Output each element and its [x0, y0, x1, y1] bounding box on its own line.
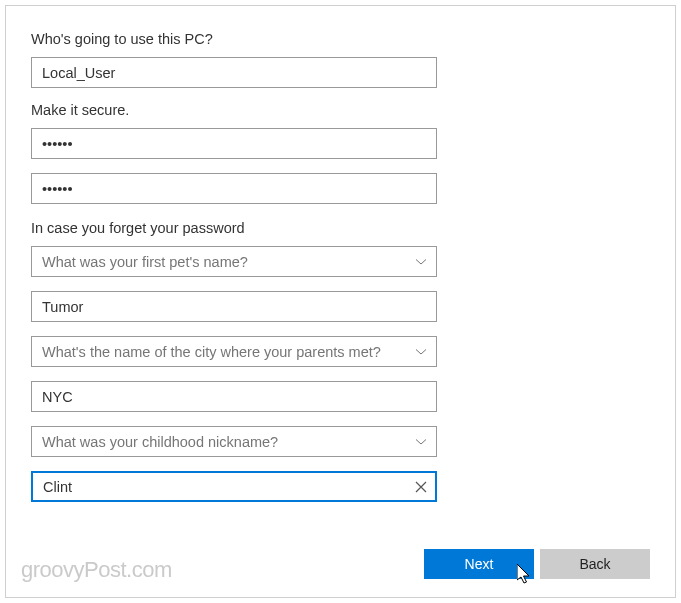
security-answer-3-input[interactable] [31, 471, 437, 502]
security-answer-1-input[interactable] [31, 291, 437, 322]
security-question-2-text: What's the name of the city where your p… [42, 344, 381, 360]
forget-label: In case you forget your password [31, 220, 675, 236]
username-input[interactable] [31, 57, 437, 88]
secure-label: Make it secure. [31, 102, 675, 118]
security-question-2-select[interactable]: What's the name of the city where your p… [31, 336, 437, 367]
back-button[interactable]: Back [540, 549, 650, 579]
security-question-3-text: What was your childhood nickname? [42, 434, 278, 450]
clear-icon[interactable] [413, 479, 429, 495]
security-question-1-text: What was your first pet's name? [42, 254, 248, 270]
security-answer-2-input[interactable] [31, 381, 437, 412]
security-question-1-select[interactable]: What was your first pet's name? [31, 246, 437, 277]
password-input[interactable] [31, 128, 437, 159]
security-question-3-select[interactable]: What was your childhood nickname? [31, 426, 437, 457]
watermark-text: groovyPost.com [21, 557, 172, 583]
password-confirm-input[interactable] [31, 173, 437, 204]
who-label: Who's going to use this PC? [31, 31, 675, 47]
next-button[interactable]: Next [424, 549, 534, 579]
